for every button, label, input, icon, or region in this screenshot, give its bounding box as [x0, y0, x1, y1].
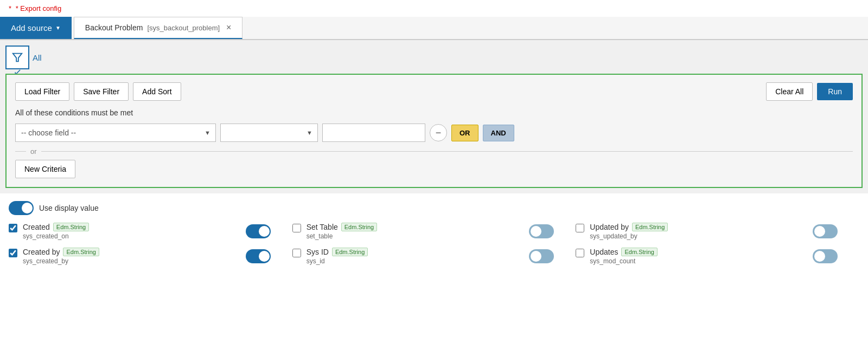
tab-backout-problem[interactable]: Backout Problem [sys_backout_problem] × [74, 17, 243, 39]
edm-badge: Edm.String [341, 223, 377, 231]
filter-icon-button[interactable]: ↙ [5, 46, 29, 69]
conditions-label: All of these conditions must be met [15, 108, 853, 117]
field-sys-name: sys_id [307, 257, 368, 265]
filter-panel-wrapper: ↙ All ✕ Load Filter Save Filter Add Sort [0, 40, 868, 193]
field-checkbox[interactable] [292, 249, 301, 257]
fields-section: CreatedEdm.Stringsys_created_onCreated b… [0, 223, 868, 276]
field-item: UpdatesEdm.Stringsys_mod_count [576, 248, 859, 265]
field-toggle-slider [529, 249, 554, 263]
field-checkbox[interactable] [9, 249, 17, 257]
field-name-text: Updated by [590, 223, 629, 231]
edm-badge: Edm.String [621, 248, 657, 256]
toggle-slider [9, 201, 34, 215]
export-config-label: * * Export config [0, 0, 868, 17]
filter-container: ✕ Load Filter Save Filter Add Sort Clear… [5, 74, 863, 188]
load-filter-label: Load Filter [24, 87, 60, 96]
field-column-2: Updated byEdm.Stringsys_updated_byUpdate… [576, 223, 859, 265]
field-toggle[interactable] [813, 249, 838, 263]
field-sys-name: sys_created_on [23, 232, 89, 240]
edm-badge: Edm.String [332, 248, 368, 256]
display-value-section: Use display value [0, 193, 868, 223]
edm-badge: Edm.String [63, 248, 99, 256]
field-toggle-slider [813, 224, 838, 238]
filter-toolbar: Load Filter Save Filter Add Sort Clear A… [15, 82, 853, 101]
field-sys-name: sys_updated_by [590, 232, 668, 240]
or-button-label: OR [459, 129, 470, 137]
save-filter-button[interactable]: Save Filter [74, 82, 129, 101]
run-label: Run [828, 87, 842, 96]
run-button[interactable]: Run [817, 83, 853, 100]
field-name-text: Sys ID [307, 248, 329, 256]
or-button[interactable]: OR [451, 125, 478, 141]
field-checkbox[interactable] [292, 224, 301, 232]
new-criteria-button[interactable]: New Criteria [15, 160, 75, 178]
field-checkbox[interactable] [576, 249, 584, 257]
add-source-button[interactable]: Add source ▼ [0, 17, 72, 39]
field-checkbox[interactable] [576, 224, 584, 232]
condition-row: -- choose field -- − OR AND [15, 124, 853, 142]
field-sys-name: sys_created_by [23, 257, 99, 265]
field-sys-name: set_table [307, 232, 378, 240]
clear-all-button[interactable]: Clear All [766, 82, 813, 101]
field-toggle[interactable] [813, 224, 838, 238]
field-toggle-slider [529, 224, 554, 238]
field-sys-name: sys_mod_count [590, 257, 658, 265]
add-sort-button[interactable]: Add Sort [133, 82, 181, 101]
new-criteria-label: New Criteria [24, 165, 66, 173]
remove-condition-button[interactable]: − [430, 124, 447, 141]
choose-field-select[interactable]: -- choose field -- [15, 124, 216, 142]
field-column-1: Set TableEdm.Stringset_tableSys IDEdm.St… [292, 223, 576, 265]
field-name-text: Set Table [307, 223, 338, 231]
export-config-text: * Export config [16, 4, 62, 12]
tab-sys-name: [sys_backout_problem] [147, 24, 220, 32]
field-toggle[interactable] [246, 249, 271, 263]
field-item: Set TableEdm.Stringset_table [292, 223, 576, 240]
required-star: * [9, 4, 11, 12]
all-text-link[interactable]: All [33, 53, 42, 62]
clear-all-label: Clear All [775, 87, 803, 96]
load-filter-button[interactable]: Load Filter [15, 82, 69, 101]
and-button-label: AND [491, 129, 506, 137]
field-name-text: Created by [23, 248, 60, 256]
field-item: Sys IDEdm.Stringsys_id [292, 248, 576, 265]
field-toggle-slider [246, 224, 271, 238]
save-filter-label: Save Filter [83, 87, 119, 96]
edm-badge: Edm.String [632, 223, 668, 231]
filter-toolbar-left: Load Filter Save Filter Add Sort [15, 82, 181, 101]
field-item: Created byEdm.Stringsys_created_by [9, 248, 292, 265]
field-name-text: Created [23, 223, 50, 231]
add-source-label: Add source [11, 23, 52, 33]
tab-close-icon[interactable]: × [226, 23, 231, 33]
and-button[interactable]: AND [483, 125, 514, 141]
operator-select-wrapper [220, 124, 318, 142]
field-toggle-slider [813, 249, 838, 263]
or-divider: or [15, 147, 853, 155]
edm-badge: Edm.String [53, 223, 89, 231]
fields-grid: CreatedEdm.Stringsys_created_onCreated b… [9, 223, 859, 265]
operator-select[interactable] [220, 124, 318, 142]
field-toggle[interactable] [246, 224, 271, 238]
add-source-caret-icon: ▼ [55, 25, 61, 31]
field-toggle-slider [246, 249, 271, 263]
filter-top-row: ↙ All [5, 46, 863, 69]
minus-icon: − [436, 128, 442, 138]
filter-toolbar-right: Clear All Run [766, 82, 853, 101]
tab-bar: Add source ▼ Backout Problem [sys_backou… [0, 17, 868, 40]
svg-marker-0 [13, 54, 22, 62]
filter-icon [11, 51, 23, 63]
field-column-0: CreatedEdm.Stringsys_created_onCreated b… [9, 223, 292, 265]
field-item: CreatedEdm.Stringsys_created_on [9, 223, 292, 240]
field-toggle[interactable] [529, 249, 554, 263]
value-input[interactable] [322, 124, 425, 142]
tab-label: Backout Problem [85, 23, 143, 32]
add-sort-label: Add Sort [142, 87, 171, 96]
field-item: Updated byEdm.Stringsys_updated_by [576, 223, 859, 240]
display-value-label: Use display value [39, 204, 99, 212]
display-value-toggle[interactable] [9, 201, 34, 215]
field-toggle[interactable] [529, 224, 554, 238]
field-name-text: Updates [590, 248, 618, 256]
field-checkbox[interactable] [9, 224, 17, 232]
or-divider-label: or [30, 147, 37, 155]
choose-field-wrapper: -- choose field -- [15, 124, 216, 142]
